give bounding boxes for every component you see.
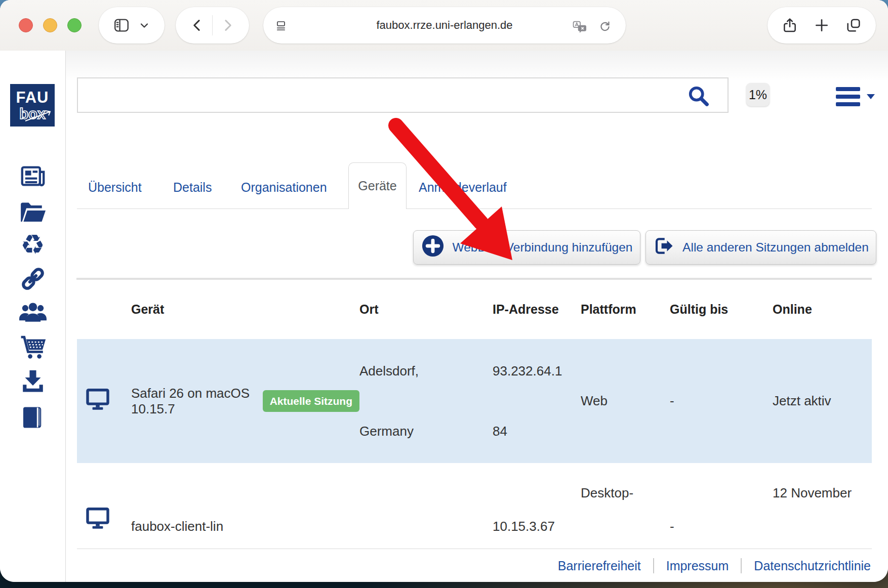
page-footer: Barrierefreiheit Impressum Datenschutzri… [77,550,888,582]
location-value [359,534,493,549]
back-icon[interactable] [190,18,205,33]
online-value: Jetzt aktiv [773,393,872,409]
logout-all-sessions-button[interactable]: Alle anderen Sitzungen abmelden [645,230,876,265]
tab-overview-icon[interactable] [845,17,862,33]
browser-toolbar: faubox.rrze.uni-erlangen.de [0,0,888,51]
page-format-icon[interactable] [274,19,288,32]
address-bar[interactable]: faubox.rrze.uni-erlangen.de [263,7,626,44]
table-row-client[interactable]: faubox-client-lin 10.15.3.67 Desktop- - … [77,463,872,549]
column-plattform: Plattform [581,302,670,317]
sidebar-item-manual[interactable] [0,404,65,431]
location-line1: Adelsdorf, [359,363,493,379]
device-table-header: Gerät Ort IP-Adresse Plattform Gültig bi… [77,280,872,339]
location-line2: Germany [359,424,493,439]
tab-uebersicht[interactable]: Übersicht [88,166,142,208]
device-name: Safari 26 on macOS 10.15.7 [131,386,255,417]
current-session-badge: Aktuelle Sitzung [263,390,359,412]
monitor-icon [77,387,110,415]
sidebar-item-downloads[interactable] [0,367,65,395]
window-controls-group [768,7,876,44]
main-menu-button[interactable] [836,87,875,106]
add-webdav-button[interactable]: WebDAV-Verbindung hinzufügen [413,230,640,265]
logo-line1: FAU [16,90,49,105]
sidebar-toggle-icon[interactable] [113,17,130,34]
plus-circle-icon [421,234,445,261]
column-ip: IP-Adresse [493,302,581,317]
valid-until-value: - [670,519,773,549]
ip-line2: 84 [493,424,581,439]
folder-icon [19,200,47,226]
tab-organisationen[interactable]: Organisationen [241,166,327,208]
search-icon[interactable] [687,84,710,109]
sidebar-item-files[interactable] [0,200,65,226]
column-online: Online [773,302,872,317]
column-gueltig-bis: Gültig bis [670,302,773,317]
newspaper-icon [19,163,47,189]
reload-icon[interactable] [598,20,612,33]
history-navigation [176,7,249,44]
column-ort: Ort [359,302,493,317]
logout-all-label: Alle anderen Sitzungen abmelden [682,240,869,255]
footer-link-datenschutz[interactable]: Datenschutzrichtlinie [754,559,871,573]
recycle-icon: ♻ [20,231,45,258]
add-webdav-label: WebDAV-Verbindung hinzufügen [453,240,633,255]
nav-divider [212,15,213,35]
new-tab-icon[interactable] [814,17,830,33]
faubox-logo[interactable]: FAU box [10,84,55,127]
tab-bar: Übersicht Details Organisationen Geräte … [77,166,872,209]
sidebar-item-news[interactable] [0,163,65,189]
app-sidebar: FAU box ♻ [0,51,66,582]
main-content: 1% Übersicht Details Organisationen Gerä… [66,51,888,582]
translate-icon[interactable] [572,20,587,33]
footer-separator [653,558,654,573]
traffic-light-zoom-button[interactable] [67,18,82,32]
url-text[interactable]: faubox.rrze.uni-erlangen.de [376,19,512,32]
chevron-down-icon[interactable] [138,19,150,31]
monitor-icon [77,506,110,549]
tab-details[interactable]: Details [173,166,212,208]
traffic-light-close-button[interactable] [19,18,33,32]
logo-arrow-accent [23,109,53,122]
traffic-light-minimize-button[interactable] [43,18,57,32]
book-icon [20,404,46,431]
tab-geraete[interactable]: Geräte [348,162,407,209]
sidebar-item-links[interactable] [0,265,65,292]
table-row-current-session[interactable]: Safari 26 on macOS 10.15.7 Aktuelle Sitz… [77,339,872,463]
users-icon [18,300,48,326]
footer-link-barrierefreiheit[interactable]: Barrierefreiheit [558,559,641,573]
menu-caret-icon[interactable] [867,94,875,99]
footer-link-impressum[interactable]: Impressum [666,559,729,573]
quota-badge: 1% [746,83,770,106]
search-input[interactable] [77,77,729,113]
cart-icon [19,333,47,360]
browser-window: faubox.rrze.uni-erlangen.de [0,0,888,582]
platform-value: Desktop- [581,463,670,501]
sidebar-item-trash[interactable]: ♻ [0,231,65,258]
logout-icon [653,235,674,260]
footer-separator [741,558,742,573]
sidebar-item-shop[interactable] [0,333,65,360]
share-icon[interactable] [782,17,798,33]
download-icon [19,367,47,395]
online-value: 12 November [773,463,872,501]
sidebar-toggle-control[interactable] [99,7,165,44]
device-name: faubox-client-lin [131,519,359,549]
ip-line1: 93.232.64.1 [493,363,581,379]
platform-value: Web [581,393,670,409]
ip-value: 10.15.3.67 [493,519,581,549]
tab-anmeldeverlauf[interactable]: Anmeldeverlauf [419,166,507,208]
column-geraet: Gerät [131,302,359,317]
forward-icon[interactable] [220,18,235,33]
hamburger-icon[interactable] [836,87,860,106]
valid-until-value: - [670,393,773,409]
link-icon [19,265,47,292]
sidebar-item-groups[interactable] [0,300,65,326]
